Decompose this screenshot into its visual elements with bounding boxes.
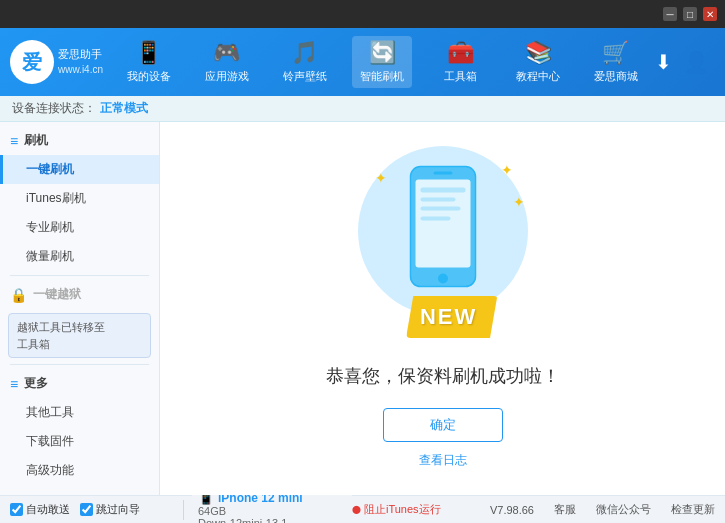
nav-smart-flash[interactable]: 🔄 智能刷机 [352, 36, 412, 88]
shop-icon: 🛒 [602, 40, 629, 66]
device-version: Down-12mini-13,1 [198, 517, 346, 523]
guide-link[interactable]: 查看日志 [419, 452, 467, 469]
itunes-dot-icon: ⬤ [352, 505, 361, 514]
nav-bar: 📱 我的设备 🎮 应用游戏 🎵 铃声壁纸 🔄 智能刷机 🧰 工具箱 📚 教程中心… [110, 36, 655, 88]
sidebar-section-flash: ≡ 刷机 [0, 126, 159, 155]
book-icon: 📚 [525, 40, 552, 66]
checkbox-skip-wizard[interactable]: 跳过向导 [80, 502, 140, 517]
svg-rect-4 [420, 188, 465, 193]
nav-toolbox[interactable]: 🧰 工具箱 [430, 36, 490, 88]
sidebar-item-micro-flash[interactable]: 微量刷机 [0, 242, 159, 271]
more-section-icon: ≡ [10, 376, 18, 392]
sparkle-3: ✦ [513, 194, 525, 210]
logo-icon: 爱 [10, 40, 54, 84]
phone-svg [405, 162, 480, 295]
sidebar-item-pro-flash[interactable]: 专业刷机 [0, 213, 159, 242]
nav-my-device[interactable]: 📱 我的设备 [119, 36, 179, 88]
success-text: 恭喜您，保资料刷机成功啦！ [326, 364, 560, 388]
bottom-status-items: V7.98.66 客服 微信公众号 检查更新 [441, 502, 715, 517]
bottom-checkboxes: 自动敢送 跳过向导 [10, 502, 175, 517]
logo-area: 爱 爱思助手 www.i4.cn [10, 40, 110, 84]
svg-rect-5 [420, 198, 455, 202]
sidebar-item-one-click-flash[interactable]: 一键刷机 [0, 155, 159, 184]
separator-1 [183, 500, 184, 520]
svg-rect-7 [420, 217, 450, 221]
itunes-status: ⬤ 阻止iTunes运行 [352, 502, 441, 517]
confirm-button[interactable]: 确定 [383, 408, 503, 442]
sidebar: ≡ 刷机 一键刷机 iTunes刷机 专业刷机 微量刷机 🔒 一键越狱 越狱工具… [0, 122, 160, 495]
sidebar-divider-2 [10, 364, 149, 365]
version-label: V7.98.66 [490, 504, 534, 516]
refresh-icon: 🔄 [369, 40, 396, 66]
new-badge: NEW [406, 296, 497, 338]
user-button[interactable]: 👤 [684, 50, 709, 74]
auto-send-checkbox[interactable] [10, 503, 23, 516]
sidebar-jailbreak-notice: 越狱工具已转移至 工具箱 [8, 313, 151, 358]
success-illustration: NEW ✦ ✦ ✦ [343, 148, 543, 348]
content-area: NEW ✦ ✦ ✦ 恭喜您，保资料刷机成功啦！ 确定 查看日志 [160, 122, 725, 495]
skip-wizard-checkbox[interactable] [80, 503, 93, 516]
sidebar-section-more: ≡ 更多 [0, 369, 159, 398]
checkbox-auto-send[interactable]: 自动敢送 [10, 502, 70, 517]
minimize-button[interactable]: ─ [663, 7, 677, 21]
nav-shop[interactable]: 🛒 爱思商城 [586, 36, 646, 88]
title-bar: ─ □ ✕ [0, 0, 725, 28]
logo-text: 爱思助手 www.i4.cn [58, 47, 103, 76]
sidebar-item-advanced[interactable]: 高级功能 [0, 456, 159, 485]
svg-rect-1 [415, 180, 470, 268]
device-storage: 64GB [198, 505, 346, 517]
sidebar-section-jailbreak: 🔒 一键越狱 [0, 280, 159, 309]
toolbox-icon: 🧰 [447, 40, 474, 66]
bottom-bar: 自动敢送 跳过向导 📱 iPhone 12 mini 64GB Down-12m… [0, 495, 725, 523]
sidebar-divider-1 [10, 275, 149, 276]
update-button[interactable]: 检查更新 [671, 502, 715, 517]
header-right: ⬇ 👤 [655, 50, 715, 74]
wechat-button[interactable]: 微信公众号 [596, 502, 651, 517]
svg-rect-6 [420, 207, 460, 211]
sidebar-item-other-tools[interactable]: 其他工具 [0, 398, 159, 427]
support-button[interactable]: 客服 [554, 502, 576, 517]
download-button[interactable]: ⬇ [655, 50, 672, 74]
close-button[interactable]: ✕ [703, 7, 717, 21]
nav-ringtone[interactable]: 🎵 铃声壁纸 [275, 36, 335, 88]
status-bar: 设备连接状态： 正常模式 [0, 96, 725, 122]
phone-icon: 📱 [135, 40, 162, 66]
main-layout: ≡ 刷机 一键刷机 iTunes刷机 专业刷机 微量刷机 🔒 一键越狱 越狱工具… [0, 122, 725, 495]
flash-section-icon: ≡ [10, 133, 18, 149]
sidebar-item-itunes-flash[interactable]: iTunes刷机 [0, 184, 159, 213]
sparkle-1: ✦ [375, 170, 387, 186]
lock-icon: 🔒 [10, 287, 27, 303]
nav-app-game[interactable]: 🎮 应用游戏 [197, 36, 257, 88]
svg-point-2 [438, 274, 448, 284]
nav-tutorial[interactable]: 📚 教程中心 [508, 36, 568, 88]
svg-rect-3 [433, 172, 452, 175]
game-icon: 🎮 [213, 40, 240, 66]
sidebar-item-download-fw[interactable]: 下载固件 [0, 427, 159, 456]
header: 爱 爱思助手 www.i4.cn 📱 我的设备 🎮 应用游戏 🎵 铃声壁纸 🔄 … [0, 28, 725, 96]
title-bar-controls: ─ □ ✕ [663, 7, 717, 21]
sparkle-2: ✦ [501, 162, 513, 178]
music-icon: 🎵 [291, 40, 318, 66]
maximize-button[interactable]: □ [683, 7, 697, 21]
